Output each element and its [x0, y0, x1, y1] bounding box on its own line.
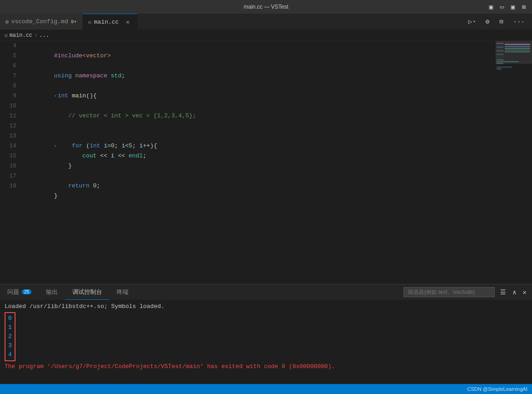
- output-num-3: 3: [8, 341, 12, 350]
- code-editor[interactable]: #include<vector> using namespace std; ▾i…: [22, 41, 496, 284]
- settings-button[interactable]: ⚙: [483, 16, 492, 27]
- breadcrumb-file-icon: ◎: [5, 32, 8, 38]
- minimap-line: [496, 63, 503, 64]
- tab-modified-badge: 9+: [71, 19, 77, 25]
- output-num-4: 4: [8, 350, 12, 359]
- breadcrumb: ◎ main.cc › ...: [0, 30, 532, 41]
- run-button[interactable]: ▷ ▾: [466, 16, 478, 27]
- problems-label: 问题: [7, 288, 19, 296]
- output-label: 输出: [46, 288, 58, 296]
- run-dropdown-icon: ▾: [473, 19, 475, 24]
- panel-tabs: 问题 25 输出 调试控制台 终端 ☰ ∧ ✕: [0, 284, 532, 300]
- code-line-17: return 0;: [26, 171, 496, 181]
- code-line-6: using namespace std;: [26, 61, 496, 71]
- toggle-sidebar-icon[interactable]: ▣: [487, 3, 495, 10]
- terminal-output: Loaded /usr/lib/libstdc++.so; Symbols lo…: [0, 300, 532, 384]
- tab-terminal[interactable]: 终端: [109, 284, 136, 300]
- problems-badge: 25: [22, 289, 31, 294]
- code-container: 4 5 6 7 8 9 10 11 12 13 14 15 16 17 18 #…: [0, 41, 496, 284]
- fold-arrow-13[interactable]: ▾: [54, 144, 56, 149]
- output-num-2: 2: [8, 332, 12, 341]
- tab-label-main-cc: main.cc: [94, 19, 119, 25]
- panel-controls: ☰ ∧ ✕: [498, 284, 532, 300]
- minimap-preview: [504, 43, 531, 61]
- code-line-16: [26, 161, 496, 171]
- code-line-4: #include<vector>: [26, 41, 496, 51]
- loaded-line: Loaded /usr/lib/libstdc++.so; Symbols lo…: [5, 302, 527, 311]
- filter-input[interactable]: [404, 287, 495, 297]
- terminal-label: 终端: [117, 288, 128, 296]
- tab-bar: ◎ vscode_Config.md 9+ ◎ main.cc ✕ ▷ ▾ ⚙ …: [0, 14, 532, 30]
- run-icon: ▷: [468, 18, 472, 25]
- breadcrumb-ellipsis[interactable]: ...: [39, 32, 49, 39]
- more-icon[interactable]: ⊞: [520, 3, 527, 10]
- exit-line: The program '/Users/g7/Project/CodeProje…: [5, 362, 527, 371]
- editor-area: 4 5 6 7 8 9 10 11 12 13 14 15 16 17 18 #…: [0, 41, 532, 284]
- code-line-10: // vector < int > vec = {1,2,3,4,5};: [26, 101, 496, 111]
- breadcrumb-filename[interactable]: main.cc: [10, 32, 32, 39]
- debug-console-label: 调试控制台: [72, 288, 102, 296]
- bottom-panel: 问题 25 输出 调试控制台 终端 ☰ ∧ ✕ Loaded /usr/lib/…: [0, 284, 532, 384]
- split-editor-button[interactable]: ⊟: [496, 16, 506, 27]
- minimap-line: [496, 61, 519, 62]
- split-icon: ⊟: [499, 18, 503, 25]
- minimap-line: [496, 68, 501, 70]
- status-bar: CSDN @SimpleLearningAI: [0, 384, 532, 394]
- gear-icon: ⚙: [486, 18, 489, 25]
- output-num-0: 0: [8, 314, 12, 323]
- code-line-12: [26, 121, 496, 131]
- tab-close-button[interactable]: ✕: [124, 17, 131, 27]
- output-num-1: 1: [8, 323, 12, 332]
- title-bar-controls: ▣ ▭ ▣ ⊞: [487, 3, 527, 10]
- line-numbers: 4 5 6 7 8 9 10 11 12 13 14 15 16 17 18: [0, 41, 22, 284]
- status-right-text: CSDN @SimpleLearningAI: [467, 386, 527, 392]
- toolbar-right: ▷ ▾ ⚙ ⊟ ···: [466, 14, 532, 30]
- panel-filter-area: [404, 284, 498, 300]
- tab-vscode-config[interactable]: ◎ vscode_Config.md 9+: [0, 14, 83, 30]
- window-title: main.cc — VSTest: [244, 4, 288, 10]
- panel-list-icon[interactable]: ☰: [498, 288, 508, 297]
- fold-arrow-8[interactable]: ▾: [54, 94, 56, 99]
- panel-close-icon[interactable]: ✕: [521, 288, 528, 297]
- code-line-13: ▾ for (int i=0; i<5; i++){: [26, 131, 496, 141]
- tab-label-vscode-config: vscode_Config.md: [11, 18, 68, 25]
- title-bar: main.cc — VSTest ▣ ▭ ▣ ⊞: [0, 0, 532, 14]
- panel-collapse-icon[interactable]: ∧: [511, 288, 518, 297]
- code-line-8: ▾int main(){: [26, 81, 496, 91]
- toggle-panel-icon[interactable]: ▭: [498, 3, 506, 10]
- tab-debug-console[interactable]: 调试控制台: [65, 284, 109, 300]
- git-icon: ◎: [5, 19, 9, 25]
- more-actions-button[interactable]: ···: [511, 16, 527, 27]
- more-dots-icon: ···: [513, 18, 525, 25]
- output-box: 0 1 2 3 4: [5, 312, 15, 361]
- minimap: [496, 41, 532, 284]
- tab-output[interactable]: 输出: [39, 284, 65, 300]
- cpp-icon: ◎: [88, 19, 92, 25]
- breadcrumb-sep: ›: [34, 32, 37, 39]
- output-numbers-box: 0 1 2 3 4: [5, 312, 527, 361]
- tab-main-cc[interactable]: ◎ main.cc ✕: [83, 14, 138, 30]
- minimap-line: [496, 66, 512, 68]
- tab-problems[interactable]: 问题 25: [0, 284, 39, 300]
- layout-icon[interactable]: ▣: [509, 3, 517, 10]
